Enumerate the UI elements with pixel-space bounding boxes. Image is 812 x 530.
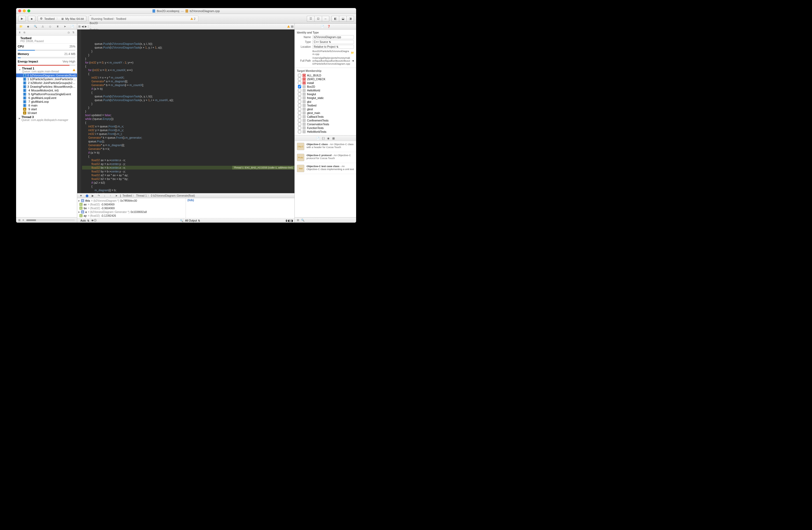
code-line[interactable]: if (a != b) bbox=[82, 87, 294, 91]
memory-metric[interactable]: Memory 21.4 MB bbox=[16, 51, 77, 57]
pause-icon[interactable]: ⏸ bbox=[18, 31, 21, 34]
zoom-icon[interactable] bbox=[27, 10, 30, 12]
target-row[interactable]: FunctionTests bbox=[297, 126, 354, 130]
media-library-icon[interactable]: ▦ bbox=[332, 137, 335, 140]
cpu-metric[interactable]: CPU 25% bbox=[16, 44, 77, 49]
warning-badge[interactable]: 2 bbox=[190, 17, 195, 20]
target-checkbox[interactable] bbox=[298, 77, 301, 81]
code-line[interactable]: Generator* a = m_diagram[i]; bbox=[82, 80, 294, 83]
split-icon[interactable]: ◧◨ bbox=[288, 219, 293, 222]
target-checkbox[interactable] bbox=[298, 104, 301, 107]
stack-frame[interactable]: 👤7glutMainLoop bbox=[16, 100, 77, 103]
step-over-icon[interactable]: ↷ bbox=[97, 194, 101, 198]
variable-row[interactable]: Lay = (float32) -0.12392426 bbox=[78, 214, 185, 217]
stack-frame[interactable]: 👤6glutMainLoopEvent bbox=[16, 96, 77, 100]
target-checkbox[interactable] bbox=[298, 100, 301, 103]
related-icon[interactable]: ⊞ bbox=[78, 25, 81, 28]
code-line[interactable]: for (int32 y = 0; y < m_countY - 1; y++) bbox=[82, 61, 294, 65]
code-line[interactable]: queue.Push(b2VoronoiDiagramTask(x + 1, y… bbox=[82, 46, 294, 49]
target-checkbox[interactable] bbox=[298, 85, 301, 88]
file-inspector-icon[interactable]: 📄 bbox=[321, 25, 324, 28]
thread-3[interactable]: ▶ Thread 3 Queue: com.apple.libdispatch-… bbox=[16, 115, 77, 122]
type-select[interactable]: C++ Source ⇅ bbox=[313, 40, 354, 44]
code-line[interactable]: { bbox=[82, 185, 294, 188]
code-snippet-icon[interactable]: { } bbox=[322, 137, 324, 140]
code-line[interactable]: } bbox=[82, 53, 294, 57]
code-line[interactable]: queue.Push(b2VoronoiDiagramTask(x, y, i,… bbox=[82, 95, 294, 98]
target-checkbox[interactable] bbox=[298, 92, 301, 96]
energy-metric[interactable]: Energy Impact Very High bbox=[16, 59, 77, 65]
code-line[interactable]: float32 ay = a->center.y - y; bbox=[82, 162, 294, 166]
target-checkbox[interactable] bbox=[298, 96, 301, 100]
run-button[interactable]: ▶ bbox=[18, 16, 26, 22]
bottom-panel-toggle[interactable]: ⬓ bbox=[339, 16, 347, 22]
variable-row[interactable]: Lax = (float32) -0.9604969 bbox=[78, 202, 185, 206]
code-line[interactable]: Generator* b = k; bbox=[82, 147, 294, 151]
outline-icon[interactable]: ≡ bbox=[23, 219, 24, 221]
hierarchy-icon[interactable]: ⧉ bbox=[23, 31, 26, 34]
warning-icon[interactable] bbox=[287, 25, 290, 28]
left-panel-toggle[interactable]: ◧ bbox=[331, 16, 339, 22]
target-checkbox[interactable] bbox=[298, 108, 301, 111]
code-line[interactable]: Generator* k = queue.Front().m_generator… bbox=[82, 136, 294, 140]
thread-1[interactable]: ▼ Thread 1 Queue: com.apple.main-thread bbox=[16, 66, 77, 73]
gutter[interactable] bbox=[77, 29, 81, 193]
code-line[interactable]: if (x > 0) bbox=[82, 192, 294, 193]
code-line[interactable]: { bbox=[82, 91, 294, 95]
code-line[interactable]: } bbox=[82, 102, 294, 106]
name-field[interactable]: b2VoronoiDiagram.cpp bbox=[313, 35, 354, 39]
target-row[interactable]: ZERO_CHECK bbox=[297, 77, 354, 81]
code-line[interactable]: for (int32 x = 0; x < m_countX; x++) bbox=[82, 68, 294, 72]
code-line[interactable]: { bbox=[82, 72, 294, 76]
target-row[interactable]: freeglut bbox=[297, 92, 354, 96]
outline-icon[interactable]: ▤ bbox=[291, 25, 293, 28]
step-out-icon[interactable]: ↑ bbox=[108, 194, 113, 198]
stack-frame[interactable]: 👤5fgPlatformProcessSingleEvent bbox=[16, 92, 77, 96]
symbol-nav-icon[interactable]: ◆ bbox=[26, 25, 30, 28]
code-line[interactable]: float32 bx = b->center.x - x; bbox=[82, 166, 294, 170]
file-template-icon[interactable]: 📄 bbox=[316, 137, 319, 140]
code-line[interactable]: float32 ax = a->center.x - x; bbox=[82, 158, 294, 162]
console-view[interactable]: (lldb) bbox=[186, 198, 294, 218]
search-icon[interactable]: 🔍 bbox=[180, 219, 183, 222]
grid-icon[interactable]: ⊞ bbox=[297, 219, 299, 221]
project-nav-icon[interactable]: 📁 bbox=[19, 25, 23, 28]
folder-icon[interactable]: 📁 bbox=[351, 51, 354, 54]
gauge-icon[interactable]: ◷ bbox=[67, 31, 71, 34]
stack-frame[interactable]: 👤8main bbox=[16, 103, 77, 107]
quicklook-icon[interactable]: 👁 bbox=[91, 219, 94, 222]
code-line[interactable]: int32 i = queue.Front().m_i; bbox=[82, 132, 294, 136]
scheme-selector[interactable]: ⚙ Testbed 〉 🖥 My Mac 64-bit bbox=[38, 16, 86, 22]
library-item[interactable]: ProtoObjective-C protocol - An Objective… bbox=[295, 152, 356, 163]
version-editor-button[interactable]: ↔ bbox=[322, 16, 329, 22]
target-checkbox[interactable] bbox=[298, 89, 301, 92]
disclosure-icon[interactable]: ▶ bbox=[19, 117, 20, 120]
variable-row[interactable]: ▶Athis = (b2VoronoiDiagram *) 0x7fff5fbf… bbox=[78, 199, 185, 202]
code-line[interactable]: int32 i = x + y * m_countX; bbox=[82, 76, 294, 80]
code-line[interactable]: } bbox=[82, 49, 294, 53]
forward-icon[interactable]: ▶ bbox=[85, 25, 87, 28]
stack-frame[interactable]: 👤3DrawingParticles::MouseMove(b… bbox=[16, 85, 77, 88]
variables-view[interactable]: ▶Athis = (b2VoronoiDiagram *) 0x7fff5fbf… bbox=[77, 198, 186, 218]
standard-editor-button[interactable]: ☰ bbox=[307, 16, 314, 22]
code-line[interactable]: queue.Push(b2VoronoiDiagramTask(x, y + 1… bbox=[82, 98, 294, 102]
filter-icon[interactable]: ⇅ bbox=[72, 31, 75, 34]
variable-row[interactable]: ▶Aa = (b2VoronoiDiagram::Generator *) 0x… bbox=[78, 210, 185, 214]
source-editor[interactable]: queue.Push(b2VoronoiDiagramTask(x, y, i,… bbox=[77, 29, 294, 193]
code-line[interactable]: float32 b2 = bx * bx + by * by; bbox=[82, 177, 294, 181]
target-row[interactable]: gtest_main bbox=[297, 111, 354, 115]
library-item[interactable]: TestObjective-C test case class - An Obj… bbox=[295, 163, 356, 174]
minimize-icon[interactable] bbox=[23, 10, 26, 12]
continue-icon[interactable]: ▶ bbox=[91, 194, 95, 198]
target-row[interactable]: Box2D bbox=[297, 85, 354, 88]
code-line[interactable]: { bbox=[82, 121, 294, 125]
target-row[interactable]: gtest bbox=[297, 107, 354, 111]
library-item[interactable]: Obj-CObjective-C class - An Objective-C … bbox=[295, 141, 356, 152]
assistant-editor-button[interactable]: ⊡ bbox=[314, 16, 322, 22]
disclosure-icon[interactable]: ▼ bbox=[19, 69, 21, 71]
debug-nav-icon[interactable]: ⏸ bbox=[56, 25, 59, 28]
code-line[interactable]: { bbox=[82, 65, 294, 68]
print-icon[interactable]: ⓘ bbox=[94, 219, 97, 223]
code-line[interactable]: if (a != b) bbox=[82, 151, 294, 155]
target-checkbox[interactable] bbox=[298, 126, 301, 130]
